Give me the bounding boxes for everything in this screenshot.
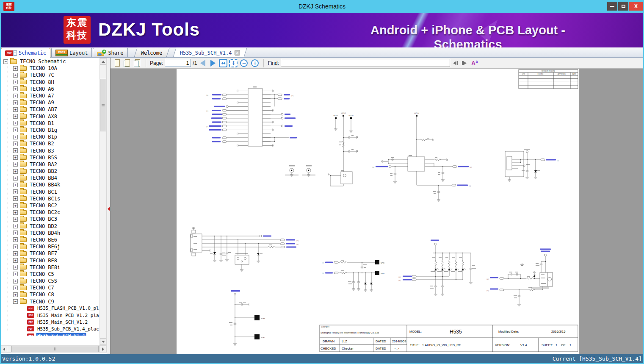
scroll-down-button[interactable]: [100, 338, 106, 345]
expand-toggle[interactable]: −: [3, 59, 8, 64]
expand-toggle[interactable]: +: [13, 80, 18, 84]
expand-toggle[interactable]: +: [13, 162, 18, 167]
close-tab-icon[interactable]: x: [235, 50, 240, 56]
close-button[interactable]: X: [629, 2, 643, 11]
expand-toggle[interactable]: +: [13, 224, 18, 228]
expand-toggle[interactable]: +: [13, 169, 18, 174]
tab-schematic[interactable]: PDF Schematic: [1, 48, 50, 58]
copy-page-button[interactable]: [123, 59, 132, 67]
expand-toggle[interactable]: +: [13, 155, 18, 160]
export-page-button[interactable]: [133, 59, 142, 67]
tree-item[interactable]: + TECNO A9: [0, 99, 99, 106]
tree-item[interactable]: + TECNO C8: [0, 291, 99, 298]
tree-item[interactable]: + TECNO C5S: [0, 278, 99, 284]
tree-item[interactable]: + TECNO AX8: [0, 113, 99, 120]
expand-toggle[interactable]: +: [13, 142, 18, 146]
find-next-button[interactable]: [462, 61, 467, 65]
maximize-button[interactable]: [618, 2, 628, 11]
expand-toggle[interactable]: +: [13, 237, 18, 242]
expand-toggle[interactable]: +: [13, 279, 18, 283]
tree-item[interactable]: + TECNO C7: [0, 284, 99, 291]
page-thumbnail-button[interactable]: [113, 59, 122, 67]
expand-toggle[interactable]: +: [13, 148, 18, 153]
expand-toggle[interactable]: +: [13, 251, 18, 256]
tree-item[interactable]: + TECNO BC1s: [0, 195, 99, 202]
fit-page-button[interactable]: ↕: [229, 59, 238, 67]
tree-item[interactable]: PDF H535_Sub_SCH_V1.4: [0, 333, 99, 336]
sidebar-splitter[interactable]: [107, 58, 110, 354]
expand-toggle[interactable]: +: [13, 94, 18, 98]
tree-item[interactable]: + TECNO B1p: [0, 133, 99, 140]
tree-item[interactable]: + TECNO B1: [0, 120, 99, 127]
tree-item[interactable]: PDF H535_Main_SCH_V1.2: [0, 319, 99, 325]
tree-item[interactable]: + TECNO BA2: [0, 161, 99, 168]
horizontal-scroll-thumb[interactable]: [11, 346, 99, 352]
expand-toggle[interactable]: +: [13, 245, 18, 249]
find-previous-button[interactable]: [453, 61, 458, 65]
tree-item[interactable]: + TECNO 7C: [0, 72, 99, 78]
tree-item[interactable]: + TECNO B1g: [0, 127, 99, 133]
zoom-in-button[interactable]: +: [251, 59, 259, 67]
expand-toggle[interactable]: −: [13, 299, 18, 304]
zoom-out-button[interactable]: −: [240, 59, 248, 67]
expand-toggle[interactable]: +: [13, 128, 18, 132]
expand-toggle[interactable]: +: [13, 286, 18, 290]
expand-toggle[interactable]: +: [13, 231, 18, 235]
tree-item[interactable]: + TECNO BD4h: [0, 230, 99, 236]
expand-toggle[interactable]: +: [13, 121, 18, 125]
expand-toggle[interactable]: +: [13, 86, 18, 91]
scroll-left-button[interactable]: [0, 346, 7, 352]
expand-toggle[interactable]: +: [13, 258, 18, 263]
expand-toggle[interactable]: +: [13, 135, 18, 139]
tree-item[interactable]: + TECNO BC2: [0, 202, 99, 209]
expand-toggle[interactable]: +: [13, 196, 18, 201]
expand-toggle[interactable]: +: [13, 100, 18, 105]
expand-toggle[interactable]: +: [13, 176, 18, 181]
tree-item[interactable]: + TECNO BE6: [0, 236, 99, 243]
tree-item[interactable]: PDF H535_Sub_PCB_V1.4_placeme: [0, 325, 99, 332]
expand-toggle[interactable]: +: [13, 73, 18, 78]
tree-item[interactable]: + TECNO A6: [0, 86, 99, 92]
expand-toggle[interactable]: +: [13, 203, 18, 208]
tree-item[interactable]: + TECNO C5: [0, 271, 99, 278]
next-page-button[interactable]: [210, 60, 216, 67]
tree-item[interactable]: + TECNO BC2c: [0, 209, 99, 216]
doc-tab-current[interactable]: H535_Sub_SCH_V1.4 x: [173, 48, 247, 57]
expand-toggle[interactable]: +: [13, 107, 18, 112]
tree-item[interactable]: + TECNO AB7: [0, 106, 99, 113]
tree-item[interactable]: + TECNO BC3: [0, 216, 99, 222]
tree-vertical-scrollbar[interactable]: [100, 58, 107, 345]
tree-item[interactable]: + TECNO BD2: [0, 223, 99, 230]
expand-toggle[interactable]: +: [13, 66, 18, 71]
expand-toggle[interactable]: +: [13, 189, 18, 194]
vertical-scroll-thumb[interactable]: [100, 79, 106, 131]
tree-item[interactable]: + TECNO B2: [0, 140, 99, 147]
tree-item[interactable]: + TECNO BE6j: [0, 243, 99, 250]
collapse-sidebar-icon[interactable]: [108, 207, 110, 211]
expand-toggle[interactable]: +: [13, 183, 18, 187]
tree-item[interactable]: − TECNO C9: [0, 298, 99, 305]
tree-item[interactable]: + TECNO BB4: [0, 175, 99, 181]
minimize-button[interactable]: [607, 2, 617, 11]
tree-item[interactable]: + TECNO B5S: [0, 154, 99, 161]
tree-item[interactable]: + TECNO BB2: [0, 168, 99, 175]
expand-toggle[interactable]: +: [13, 210, 18, 215]
tree-item[interactable]: + TECNO A7: [0, 92, 99, 99]
tree-item[interactable]: + TECNO BE7: [0, 250, 99, 257]
tree-horizontal-scrollbar[interactable]: [0, 345, 107, 353]
document-canvas[interactable]: REVISION RECORD LTR ECO NO: APPROVED: DA…: [111, 69, 644, 354]
tree-item[interactable]: + TECNO BE8: [0, 257, 99, 264]
font-size-button[interactable]: Aa: [471, 59, 478, 67]
fit-width-button[interactable]: ↔: [219, 59, 227, 67]
tree-item[interactable]: PDF H535_FLASH_PCB_V1.0_place: [0, 305, 99, 312]
previous-page-button[interactable]: [200, 60, 205, 67]
tab-share[interactable]: + Share: [93, 48, 127, 57]
tree-item[interactable]: + TECNO 10A: [0, 65, 99, 72]
expand-toggle[interactable]: +: [13, 217, 18, 222]
tab-layout[interactable]: PADS Layout: [51, 48, 92, 57]
expand-toggle[interactable]: +: [13, 265, 18, 270]
tree-item[interactable]: + TECNO BC1: [0, 189, 99, 195]
expand-toggle[interactable]: +: [13, 292, 18, 297]
expand-toggle[interactable]: +: [13, 114, 18, 119]
tree-item[interactable]: + TECNO B3: [0, 147, 99, 154]
